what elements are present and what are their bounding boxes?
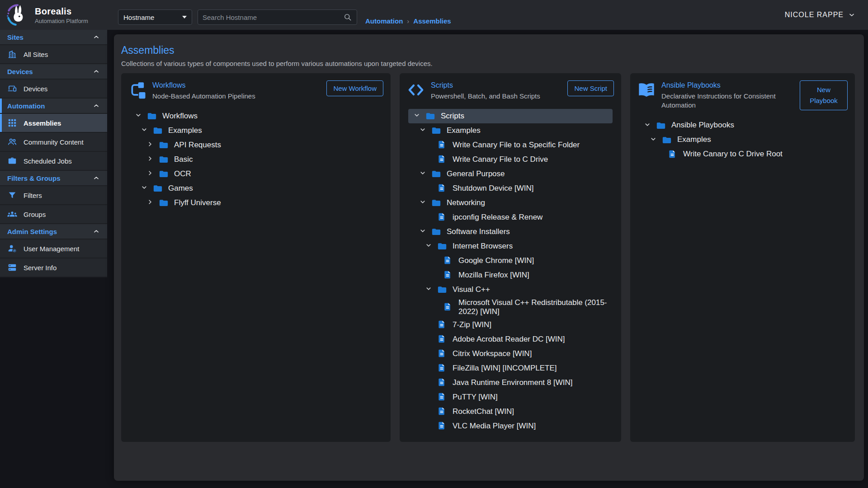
tree-item-workflows[interactable]: Workflows — [130, 109, 382, 123]
tree-item-write-canary-file-to-a-specific-folder[interactable]: Write Canary File to a Specific Folder — [408, 138, 613, 152]
user-menu[interactable]: NICOLE RAPPE — [785, 11, 855, 19]
chevron-right-icon[interactable] — [146, 155, 154, 164]
sidebar-section-sites[interactable]: Sites — [0, 30, 107, 44]
tree-item-general-purpose[interactable]: General Purpose — [408, 167, 613, 181]
search-icon[interactable] — [343, 13, 352, 22]
breadcrumb-automation[interactable]: Automation — [365, 17, 403, 25]
new-workflow-button[interactable]: New Workflow — [326, 80, 383, 96]
tree-item-flyff-universe[interactable]: Flyff Universe — [130, 196, 382, 210]
tree-item-label: Workflows — [162, 110, 198, 122]
sidebar-section-admin-settings[interactable]: Admin Settings — [0, 224, 107, 239]
new-script-button[interactable]: New Script — [567, 80, 614, 96]
people-icon — [7, 137, 17, 147]
filter-icon — [7, 190, 17, 200]
tree-chevron-slot — [146, 169, 159, 179]
chevron-right-icon[interactable] — [146, 198, 154, 208]
sidebar-item-user-management[interactable]: User Management — [0, 239, 107, 258]
tree-item-label: Visual C++ — [453, 284, 490, 296]
tree-item-ocr[interactable]: OCR — [130, 167, 382, 181]
file-icon — [437, 320, 447, 330]
brand-tagline: Automation Platform — [35, 18, 88, 24]
tree-item-rocketchat-win[interactable]: RocketChat [WIN] — [408, 404, 613, 419]
tree-item-examples[interactable]: Examples — [639, 133, 846, 147]
tree-item-ipconfig-release-renew[interactable]: ipconfig Release & Renew — [408, 210, 613, 225]
tree-chevron-slot — [146, 140, 159, 150]
tree-chevron-slot — [419, 126, 431, 136]
tree-item-visual-c[interactable]: Visual C++ — [408, 282, 613, 297]
tree-item-games[interactable]: Games — [130, 181, 382, 196]
hostname-select[interactable]: Hostname — [118, 9, 192, 25]
folder-icon — [437, 241, 447, 251]
playbooks-card-titles: Ansible Playbooks Declarative Instructio… — [661, 80, 780, 110]
sidebar-section-automation[interactable]: Automation — [0, 99, 107, 113]
tree-item-internet-browsers[interactable]: Internet Browsers — [408, 239, 613, 253]
tree-item-software-installers[interactable]: Software Installers — [408, 225, 613, 239]
chevron-down-icon[interactable] — [140, 183, 148, 193]
chevron-right-icon[interactable] — [146, 169, 154, 179]
tree-item-vlc-media-player-win[interactable]: VLC Media Player [WIN] — [408, 419, 613, 433]
tree-item-api-requests[interactable]: API Requests — [130, 138, 382, 152]
sidebar-item-server-info[interactable]: Server Info — [0, 258, 107, 277]
chevron-down-icon[interactable] — [419, 126, 427, 136]
search-input[interactable] — [203, 14, 340, 21]
sidebar-section-label: Admin Settings — [7, 228, 57, 235]
tree-item-mozilla-firefox-win[interactable]: Mozilla Firefox [WIN] — [408, 268, 613, 282]
tree-item-label: General Purpose — [447, 168, 505, 180]
tree-item-adobe-acrobat-reader-dc-win[interactable]: Adobe Acrobat Reader DC [WIN] — [408, 332, 613, 347]
tree-item-microsoft-visual-c-redistributable-2015-2022-win[interactable]: Microsoft Visual C++ Redistributable (20… — [408, 297, 613, 318]
chevron-up-icon — [93, 68, 100, 75]
chevron-down-icon[interactable] — [419, 169, 427, 179]
tree-item-label: Examples — [447, 125, 481, 136]
sidebar-item-filters[interactable]: Filters — [0, 186, 107, 204]
chevron-down-icon[interactable] — [425, 285, 433, 295]
tree-item-examples[interactable]: Examples — [130, 123, 382, 138]
new-playbook-button[interactable]: New Playbook — [800, 80, 848, 110]
chevron-down-icon[interactable] — [419, 227, 427, 237]
tree-item-networking[interactable]: Networking — [408, 196, 613, 210]
tree-item-google-chrome-win[interactable]: Google Chrome [WIN] — [408, 253, 613, 268]
file-icon — [443, 302, 453, 312]
grid-icon — [7, 118, 17, 128]
tree-item-7-zip-win[interactable]: 7-Zip [WIN] — [408, 318, 613, 332]
sidebar-item-label: Groups — [24, 211, 46, 218]
tree-item-ansible-playbooks[interactable]: Ansible Playbooks — [639, 118, 846, 133]
chevron-down-icon[interactable] — [643, 121, 651, 131]
chevron-down-icon[interactable] — [140, 126, 148, 136]
tree-item-shutdown-device-win[interactable]: Shutdown Device [WIN] — [408, 181, 613, 196]
chevron-down-icon[interactable] — [134, 111, 142, 121]
hostname-search — [198, 9, 357, 25]
breadcrumb-assemblies[interactable]: Assemblies — [413, 17, 451, 25]
sidebar-item-assemblies[interactable]: Assemblies — [0, 114, 107, 132]
sidebar-item-devices[interactable]: Devices — [0, 80, 107, 98]
tree-item-basic[interactable]: Basic — [130, 152, 382, 167]
sidebar-item-groups[interactable]: Groups — [0, 205, 107, 223]
playbooks-tree: Ansible PlaybooksExamplesWrite Canary to… — [630, 118, 855, 162]
sidebar-section-filters-groups[interactable]: Filters & Groups — [0, 171, 107, 185]
tree-item-label: Google Chrome [WIN] — [458, 255, 534, 267]
brand-text: Borealis Automation Platform — [35, 6, 88, 27]
tree-item-putty-win[interactable]: PuTTY [WIN] — [408, 390, 613, 404]
briefcase-icon — [7, 156, 17, 166]
tree-item-filezilla-win-incomplete[interactable]: FileZilla [WIN] [INCOMPLETE] — [408, 361, 613, 375]
tree-item-write-canary-to-c-drive-root[interactable]: Write Canary to C Drive Root — [639, 147, 846, 162]
top-header: Borealis Automation Platform Hostname Au… — [0, 0, 868, 30]
tree-item-label: Internet Browsers — [453, 240, 513, 252]
sidebar-item-scheduled-jobs[interactable]: Scheduled Jobs — [0, 152, 107, 170]
tree-item-write-canary-file-to-c-drive[interactable]: Write Canary File to C Drive — [408, 152, 613, 167]
devices-icon — [7, 84, 17, 94]
chevron-down-icon[interactable] — [425, 241, 433, 251]
chevron-down-icon[interactable] — [413, 111, 421, 121]
sidebar-item-label: Server Info — [24, 264, 57, 272]
tree-item-citrix-workspace-win[interactable]: Citrix Workspace [WIN] — [408, 347, 613, 361]
chevron-down-icon[interactable] — [419, 198, 427, 208]
tree-item-examples[interactable]: Examples — [408, 123, 613, 138]
sidebar-item-all-sites[interactable]: All Sites — [0, 45, 107, 63]
chevron-right-icon[interactable] — [146, 140, 154, 150]
sidebar-item-community-content[interactable]: Community Content — [0, 133, 107, 151]
tree-item-java-runtime-environment-8-win[interactable]: Java Runtime Environment 8 [WIN] — [408, 375, 613, 390]
tree-item-label: Write Canary File to C Drive — [453, 154, 548, 165]
sidebar-section-devices[interactable]: Devices — [0, 64, 107, 79]
chevron-down-icon[interactable] — [649, 135, 657, 145]
brand-logo-link[interactable]: Borealis Automation Platform — [0, 3, 107, 27]
tree-item-scripts[interactable]: Scripts — [408, 109, 613, 123]
